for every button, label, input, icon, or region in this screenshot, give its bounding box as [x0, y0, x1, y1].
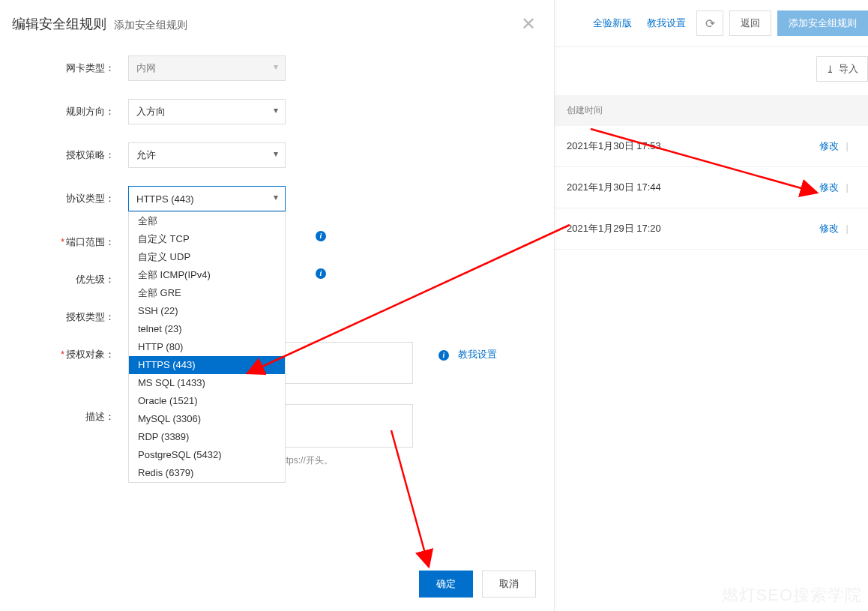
refresh-button[interactable]: ⟳ — [696, 10, 723, 36]
link-try-new[interactable]: 全验新版 — [588, 16, 636, 30]
row-time: 2021年1月29日 17:20 — [567, 222, 661, 235]
edit-rule-modal: 编辑安全组规则 添加安全组规则 ✕ 网卡类型： 规则方向： 授权策略 — [0, 0, 555, 611]
info-icon[interactable]: i — [438, 350, 449, 361]
proto-opt[interactable]: Oracle (1521) — [129, 392, 285, 410]
download-icon: ⤓ — [826, 64, 834, 75]
proto-opt-selected[interactable]: HTTPS (443) — [129, 356, 285, 374]
row-action-modify[interactable]: 修改 — [819, 181, 839, 193]
export-label: 导入 — [839, 62, 858, 76]
table-row: 2021年1月30日 17:53 修改| — [555, 126, 868, 167]
info-icon[interactable]: i — [316, 268, 326, 279]
export-button[interactable]: ⤓ 导入 — [816, 56, 868, 82]
teach-setup-link[interactable]: 教我设置 — [458, 349, 497, 360]
proto-opt[interactable]: Redis (6379) — [129, 464, 285, 482]
row-action-modify[interactable]: 修改 — [819, 223, 839, 234]
proto-opt[interactable]: RDP (3389) — [129, 428, 285, 446]
nic-type-select — [128, 55, 286, 81]
proto-opt[interactable]: telnet (23) — [129, 320, 285, 338]
proto-opt[interactable]: 自定义 TCP — [129, 230, 285, 248]
proto-opt[interactable]: SSH (22) — [129, 302, 285, 320]
protocol-select[interactable] — [128, 186, 286, 211]
add-rule-button[interactable]: 添加安全组规则 — [777, 10, 868, 36]
label-protocol: 协议类型： — [12, 186, 128, 205]
policy-select[interactable] — [128, 142, 286, 168]
proto-opt[interactable]: 自定义 UDP — [129, 248, 285, 266]
proto-opt[interactable]: MS SQL (1433) — [129, 374, 285, 392]
refresh-icon: ⟳ — [705, 16, 715, 31]
label-auth-type: 授权类型： — [12, 304, 128, 324]
proto-opt[interactable]: PostgreSQL (5432) — [129, 446, 285, 464]
ok-button[interactable]: 确定 — [419, 571, 473, 598]
proto-opt[interactable]: MySQL (3306) — [129, 410, 285, 428]
proto-opt[interactable]: 全部 ICMP(IPv4) — [129, 266, 285, 284]
label-auth-object: *授权对象： — [12, 342, 128, 361]
link-teach-setup[interactable]: 教我设置 — [642, 16, 690, 30]
row-time: 2021年1月30日 17:44 — [567, 181, 661, 194]
label-nic-type: 网卡类型： — [12, 55, 128, 75]
protocol-dropdown: 全部 自定义 TCP 自定义 UDP 全部 ICMP(IPv4) 全部 GRE … — [128, 211, 286, 483]
label-port-range: *端口范围： — [12, 229, 128, 249]
row-time: 2021年1月30日 17:53 — [567, 139, 661, 153]
direction-select[interactable] — [128, 99, 286, 124]
back-button[interactable]: 返回 — [729, 10, 771, 36]
row-action-modify[interactable]: 修改 — [819, 140, 839, 151]
label-priority: 优先级： — [12, 267, 128, 286]
label-description: 描述： — [12, 404, 128, 424]
modal-subtitle: 添加安全组规则 — [114, 19, 187, 31]
col-header-time: 创建时间 — [555, 95, 868, 126]
label-direction: 规则方向： — [12, 99, 128, 118]
proto-opt[interactable]: 全部 GRE — [129, 284, 285, 302]
close-icon[interactable]: ✕ — [521, 15, 536, 33]
proto-opt[interactable]: 全部 — [129, 212, 285, 230]
info-icon[interactable]: i — [316, 231, 326, 241]
table-row: 2021年1月30日 17:44 修改| — [555, 167, 868, 208]
modal-title: 编辑安全组规则 — [12, 16, 106, 31]
cancel-button[interactable]: 取消 — [482, 571, 536, 598]
proto-opt[interactable]: HTTP (80) — [129, 338, 285, 356]
table-row: 2021年1月29日 17:20 修改| — [555, 208, 868, 250]
label-policy: 授权策略： — [12, 142, 128, 162]
